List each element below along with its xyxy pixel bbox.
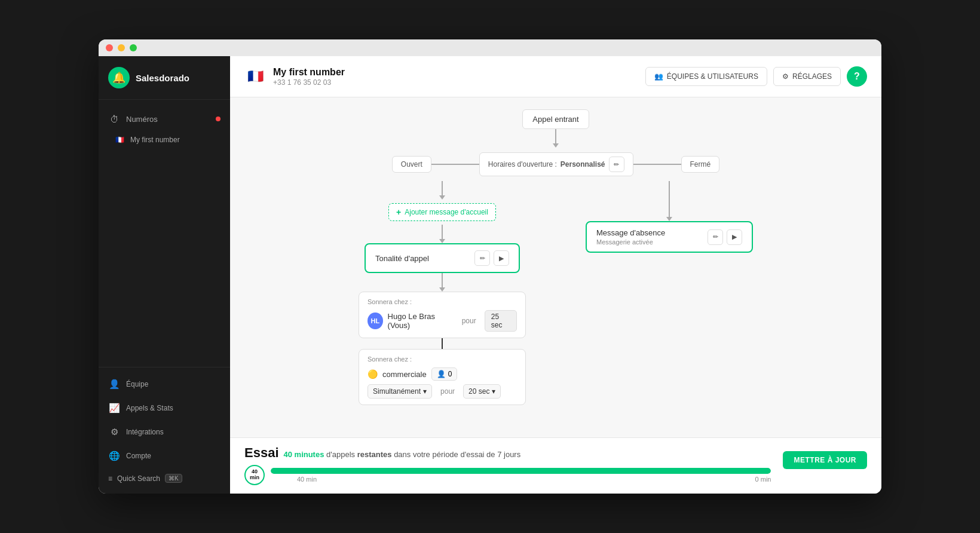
title-bar xyxy=(99,39,881,56)
arrow-left-3 xyxy=(439,273,445,292)
sidebar-item-integrations[interactable]: ⚙ Intégrations xyxy=(99,420,230,444)
sidebar-item-numeros[interactable]: ⏱ Numéros xyxy=(99,107,230,131)
duration-select[interactable]: 20 sec ▾ xyxy=(463,384,501,399)
sidebar-item-equipe[interactable]: 👤 Équipe xyxy=(99,372,230,396)
close-button[interactable] xyxy=(106,44,113,51)
arrow-right-1 xyxy=(666,181,672,221)
reglages-button[interactable]: ⚙ RÉGLAGES xyxy=(773,67,841,86)
main-content: 🇫🇷 My first number +33 1 76 35 02 03 👥 É… xyxy=(230,56,881,494)
app-window: 🔔 Salesdorado ⏱ Numéros 🇫🇷 My first numb… xyxy=(99,39,881,494)
add-message-button[interactable]: + Ajouter message d'accueil xyxy=(388,203,496,221)
sidebar-nav: ⏱ Numéros 🇫🇷 My first number xyxy=(99,100,230,367)
reglages-label: RÉGLAGES xyxy=(792,72,832,81)
sidebar-item-appels[interactable]: 📈 Appels & Stats xyxy=(99,396,230,420)
help-icon: ? xyxy=(854,71,860,82)
horaires-label: Horaires d'ouverture : xyxy=(488,160,557,169)
maximize-button[interactable] xyxy=(130,44,137,51)
minimize-button[interactable] xyxy=(118,44,125,51)
stats-icon: 📈 xyxy=(108,402,120,414)
sidebar-item-compte[interactable]: 🌐 Compte xyxy=(99,444,230,468)
add-message-label: Ajouter message d'accueil xyxy=(405,208,488,216)
branch-left: + Ajouter message d'accueil Tonalité d'a… xyxy=(329,181,556,405)
simultanement-label: Simultanément xyxy=(373,387,421,396)
team-icon: 👥 xyxy=(654,72,663,81)
top-bar: 🇫🇷 My first number +33 1 76 35 02 03 👥 É… xyxy=(230,56,881,97)
horaires-edit-button[interactable]: ✏ xyxy=(609,157,624,172)
trial-label-right: 0 min xyxy=(755,476,771,483)
absence-info: Message d'absence Messagerie activée xyxy=(596,228,665,246)
absence-play-button[interactable]: ▶ xyxy=(727,229,742,245)
arrow-left-2 xyxy=(439,225,445,243)
ring-user-row: HL Hugo Le Bras (Vous) pour 25 sec xyxy=(368,310,517,332)
absence-edit-button[interactable]: ✏ xyxy=(708,229,723,245)
number-flag: 🇫🇷 xyxy=(244,66,266,87)
vert-separator xyxy=(442,338,443,349)
duration-badge-1: 25 sec xyxy=(485,310,517,332)
arrow-1 xyxy=(553,129,559,148)
select-row: Simultanément ▾ pour 20 sec ▾ xyxy=(368,384,517,399)
sidebar-item-my-first-number[interactable]: 🇫🇷 My first number xyxy=(99,131,230,149)
trial-label-left: 40 min xyxy=(297,476,317,483)
sidebar-label-appels: Appels & Stats xyxy=(126,404,173,412)
clock-icon: ⏱ xyxy=(108,113,120,125)
trial-desc-end: dans votre période d'essai de 7 jours xyxy=(394,450,520,459)
team-count-badge: 👤 0 xyxy=(431,367,458,381)
trial-circle: 40 min xyxy=(244,465,265,485)
nav-badge xyxy=(216,117,220,121)
settings-icon: ⚙ xyxy=(782,72,789,81)
top-bar-left: 🇫🇷 My first number +33 1 76 35 02 03 xyxy=(244,66,345,87)
commerciale-row: 🟡 commerciale 👤 0 xyxy=(368,367,517,381)
trial-bar-inner xyxy=(271,468,771,474)
sidebar-bottom: 👤 Équipe 📈 Appels & Stats ⚙ Intégrations… xyxy=(99,367,230,494)
help-button[interactable]: ? xyxy=(847,66,867,87)
horaires-value: Personnalisé xyxy=(561,160,605,169)
gear-icon: ⚙ xyxy=(108,426,120,438)
number-info: My first number +33 1 76 35 02 03 xyxy=(273,67,345,87)
keyboard-shortcut: ⌘K xyxy=(165,474,182,483)
team-emoji: 🟡 xyxy=(368,369,378,379)
plus-icon: + xyxy=(396,207,401,217)
sidebar-label-quick-search: Quick Search xyxy=(117,474,160,483)
chevron-down-icon-2: ▾ xyxy=(492,387,495,396)
tonalite-play-button[interactable]: ▶ xyxy=(494,250,509,266)
branch-right: Message d'absence Messagerie activée ✏ ▶ xyxy=(556,181,783,253)
trial-bar-outer xyxy=(271,468,771,474)
team-name: commerciale xyxy=(382,370,427,379)
sonnera-label-1: Sonnera chez : xyxy=(368,298,517,305)
appel-entrant-node: Appel entrant xyxy=(522,109,589,129)
tonalite-edit-button[interactable]: ✏ xyxy=(474,250,490,266)
ring-card-2: Sonnera chez : 🟡 commerciale 👤 0 xyxy=(359,349,526,405)
simultanement-select[interactable]: Simultanément ▾ xyxy=(368,384,432,399)
ring-card-1: Sonnera chez : HL Hugo Le Bras (Vous) po… xyxy=(359,292,526,338)
arrow-left-1 xyxy=(439,181,445,200)
equipes-button[interactable]: 👥 ÉQUIPES & UTILISATEURS xyxy=(645,67,767,86)
trial-labels: 40 min 0 min xyxy=(271,476,771,483)
user-name: Hugo Le Bras (Vous) xyxy=(388,312,454,330)
flow-area: Appel entrant Ouvert Horai xyxy=(230,97,881,437)
brand-name: Salesdorado xyxy=(136,73,189,83)
update-button[interactable]: METTRE À JOUR xyxy=(783,451,867,469)
progress-wrapper: 40 min 0 min xyxy=(271,468,771,483)
team-count: 0 xyxy=(448,370,452,378)
trial-title: Essai xyxy=(244,445,279,461)
ouvert-node: Ouvert xyxy=(392,156,431,173)
trial-bar: Essai 40 minutes d'appels restantes dans… xyxy=(230,437,881,494)
pour-label-1: pour xyxy=(462,317,476,325)
sidebar-label-my-first-number: My first number xyxy=(130,136,180,144)
branch-row: + Ajouter message d'accueil Tonalité d'a… xyxy=(248,181,863,405)
number-title: My first number xyxy=(273,67,345,78)
person-icon: 👤 xyxy=(437,370,446,378)
sidebar-label-integrations: Intégrations xyxy=(126,428,164,436)
absence-label: Message d'absence xyxy=(596,228,665,237)
sidebar: 🔔 Salesdorado ⏱ Numéros 🇫🇷 My first numb… xyxy=(99,56,230,494)
user-avatar: HL xyxy=(368,313,383,329)
absence-actions: ✏ ▶ xyxy=(708,229,742,245)
sidebar-item-quick-search[interactable]: ≡ Quick Search ⌘K xyxy=(99,468,230,489)
trial-desc-bold: restantes xyxy=(357,450,392,459)
globe-icon: 🌐 xyxy=(108,450,120,462)
user-icon: 👤 xyxy=(108,378,120,390)
horaires-bar: Ouvert Horaires d'ouverture : Personnali… xyxy=(248,152,863,176)
flow-container: Appel entrant Ouvert Horai xyxy=(248,109,863,408)
tonalite-actions: ✏ ▶ xyxy=(474,250,509,266)
sidebar-label-equipe: Équipe xyxy=(126,380,148,388)
